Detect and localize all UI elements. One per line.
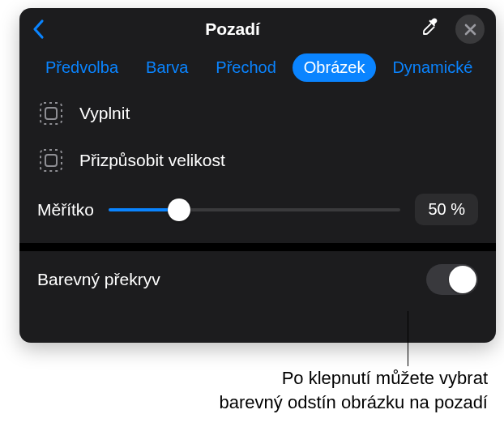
scale-value[interactable]: 50 %: [415, 194, 478, 225]
image-options: Vyplnit Přizpůsobit velikost Měřítko 50 …: [19, 90, 496, 240]
fit-icon: [37, 147, 65, 174]
color-overlay-toggle[interactable]: [426, 264, 478, 295]
color-overlay-label: Barevný překryv: [37, 270, 160, 289]
option-fit[interactable]: Přizpůsobit velikost: [34, 137, 481, 184]
tab-preset[interactable]: Předvolba: [34, 53, 130, 82]
callout-line-1: Po klepnutí můžete vybrat: [79, 366, 488, 391]
tab-gradient[interactable]: Přechod: [204, 53, 288, 82]
section-divider: [19, 243, 496, 251]
option-fit-label: Přizpůsobit velikost: [79, 151, 225, 170]
tab-dynamic[interactable]: Dynamické: [381, 53, 484, 82]
fill-type-tabs: Předvolba Barva Přechod Obrázek Dynamick…: [19, 49, 496, 90]
callout-leader-line: [408, 311, 408, 366]
slider-thumb[interactable]: [168, 199, 190, 221]
option-fill[interactable]: Vyplnit: [34, 90, 481, 137]
tab-color[interactable]: Barva: [135, 53, 199, 82]
svg-rect-2: [41, 150, 62, 171]
callout-text: Po klepnutí můžete vybrat barevný odstín…: [79, 366, 488, 414]
svg-rect-1: [45, 108, 57, 119]
option-fill-label: Vyplnit: [79, 104, 130, 123]
back-button[interactable]: [31, 19, 45, 40]
fill-icon: [37, 100, 65, 127]
scale-row: Měřítko 50 %: [34, 184, 481, 240]
panel-title: Pozadí: [45, 19, 420, 39]
close-button[interactable]: [455, 15, 485, 44]
color-overlay-row: Barevný překryv: [19, 251, 496, 308]
scale-slider[interactable]: [109, 199, 400, 221]
svg-rect-3: [45, 155, 57, 166]
tab-image[interactable]: Obrázek: [293, 53, 377, 82]
callout-line-2: barevný odstín obrázku na pozadí: [79, 391, 488, 415]
scale-label: Měřítko: [37, 200, 94, 220]
svg-rect-0: [41, 103, 62, 124]
eyedropper-icon[interactable]: [420, 17, 441, 41]
panel-header: Pozadí: [19, 8, 496, 49]
background-panel: Pozadí Předvolba Barva Přechod Obrázek D…: [19, 8, 496, 343]
toggle-thumb: [449, 266, 476, 293]
